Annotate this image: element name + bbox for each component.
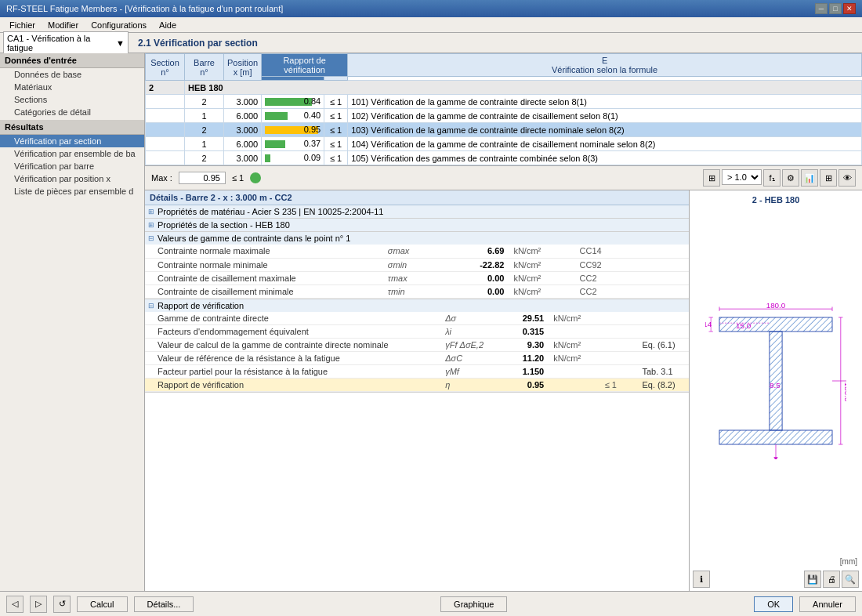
details-group-materiau-header[interactable]: ⊞ Propriétés de matériau - Acier S 235 |… [145,205,689,218]
nav-refresh-btn[interactable]: ↺ [53,596,71,613]
svg-text:180.0: 180.0 [766,303,786,310]
expand-icon-materiau: ⊞ [148,208,154,216]
main-layout: Données d'entrée Données de base Matéria… [0,53,862,591]
view-icon-btn[interactable]: 👁 [838,169,856,187]
nav-fwd-btn[interactable]: ▷ [30,596,47,613]
diagram-zoom-btn[interactable]: 🔍 [842,571,859,588]
section-heb-label: HEB 180 [185,81,862,95]
col-header-verification: EVérification selon la formule [348,54,862,77]
cell-barre: 2 [185,123,224,137]
filter-dropdown[interactable]: > 1.0 All [722,169,762,185]
cell-rapport: 0.09 [262,151,324,165]
cell-section [146,95,185,109]
toolbar: CA1 - Vérification à la fatigue ▼ 2.1 Vé… [0,33,862,53]
menu-bar: Fichier Modifier Configurations Aide [0,17,862,33]
table-row[interactable]: 1 6.000 0.37 ≤ 1 104) Vérification de la… [146,137,862,151]
details-row: Contrainte de cisaillement minimale τmin… [145,284,689,298]
section-title: 2.1 Vérification par section [132,38,264,49]
menu-fichier[interactable]: Fichier [3,19,42,31]
ca-dropdown[interactable]: CA1 - Vérification à la fatigue ▼ [3,31,129,55]
table-row[interactable]: 1 6.000 0.40 ≤ 1 102) Vérification de la… [146,109,862,123]
window-controls: ─ □ ✕ [815,3,856,14]
sidebar-item-donnees-base[interactable]: Données de base [0,68,144,81]
diagram-bottom-bar: ℹ 💾 🖨 🔍 [693,571,859,588]
details-row: Valeur de calcul de la gamme de contrain… [145,339,689,352]
col-header-rapport-group: Rapport devérification [262,54,348,77]
details-group-rapport-header[interactable]: ⊟ Rapport de vérification [145,299,689,312]
max-value: 0.95 [179,172,226,184]
sidebar-item-sections[interactable]: Sections [0,93,144,106]
details-group-materiau: ⊞ Propriétés de matériau - Acier S 235 |… [145,205,689,219]
sidebar-item-materiaux[interactable]: Matériaux [0,81,144,93]
details-group-section-header[interactable]: ⊞ Propriétés de la section - HEB 180 [145,219,689,231]
cell-position: 3.000 [224,95,262,109]
bottom-bar: ◁ ▷ ↺ Calcul Détails... Graphique OK Ann… [0,591,862,616]
export-icon-btn[interactable]: ⊞ [703,169,720,187]
ok-button[interactable]: OK [754,596,793,612]
sidebar-item-verif-section[interactable]: Vérification par section [0,135,144,147]
cell-rapport: 0.40 [262,109,324,123]
cell-position: 6.000 [224,137,262,151]
sidebar-item-verif-barre[interactable]: Vérification par barre [0,160,144,172]
diagram-info-btn[interactable]: ℹ [693,571,710,588]
details-row: Contrainte normale minimale σmin -22.82 … [145,258,689,271]
sidebar-item-verif-position[interactable]: Vérification par position x [0,172,144,185]
group-rapport-label: Rapport de vérification [158,301,244,310]
table-row[interactable]: 2 3.000 0.84 ≤ 1 101) Vérification de la… [146,95,862,109]
nav-back-btn[interactable]: ◁ [6,596,24,613]
svg-text:15.0: 15.0 [736,321,752,330]
details-left: Détails - Barre 2 - x : 3.000 m - CC2 ⊞ … [145,190,690,591]
cell-barre: 2 [185,95,224,109]
details-group-valeurs-header[interactable]: ⊟ Valeurs de gamme de contrainte dans le… [145,232,689,245]
details-group-section: ⊞ Propriétés de la section - HEB 180 [145,219,689,232]
sidebar-item-categories[interactable]: Catégories de détail [0,106,144,118]
sort-icon-btn[interactable]: f₁ [763,169,781,187]
details-row: Rapport de vérification η 0.95 ≤ 1 Eq. (… [145,379,689,392]
group-section-label: Propriétés de la section - HEB 180 [158,220,290,230]
minimize-button[interactable]: ─ [815,3,828,14]
details-right: 2 - HEB 180 [690,190,862,591]
cell-condition: ≤ 1 [324,95,348,109]
sidebar-donnees-header: Données d'entrée [0,53,144,68]
cell-section [146,137,185,151]
details-row: Facteurs d'endommagement équivalent λi 0… [145,325,689,339]
diagram-print-btn[interactable]: 🖨 [823,571,840,588]
details-group-valeurs: ⊟ Valeurs de gamme de contrainte dans le… [145,232,689,299]
cell-barre: 1 [185,109,224,123]
calcul-button[interactable]: Calcul [77,596,128,612]
sidebar-resultats-header: Résultats [0,120,144,135]
details-section: Détails - Barre 2 - x : 3.000 m - CC2 ⊞ … [145,190,862,591]
max-condition: ≤ 1 [232,173,244,183]
annuler-button[interactable]: Annuler [799,596,856,612]
col-header-section: Sectionn° [146,54,185,81]
diagram-export-btn[interactable]: 💾 [804,571,821,588]
group-valeurs-label: Valeurs de gamme de contrainte dans le p… [158,234,350,243]
col-header-barre: Barren° [185,54,224,81]
content-area: Sectionn° Barren° Positionx [m] Rapport … [145,53,862,591]
sidebar-item-verif-ensemble-ba[interactable]: Vérification par ensemble de ba [0,147,144,160]
close-button[interactable]: ✕ [843,3,856,14]
svg-text:14: 14 [705,320,712,328]
menu-aide[interactable]: Aide [153,19,183,31]
details-header: Détails - Barre 2 - x : 3.000 m - CC2 [145,190,689,205]
menu-configurations[interactable]: Configurations [85,19,153,31]
table-row[interactable]: 2 3.000 0.09 ≤ 1 105) Vérification des g… [146,151,862,165]
menu-modifier[interactable]: Modifier [42,19,85,31]
grid-icon-btn[interactable]: ⊞ [820,169,837,187]
cell-condition: ≤ 1 [324,109,348,123]
cell-rapport: 0.37 [262,137,324,151]
cell-position: 3.000 [224,123,262,137]
heb-svg: 180.0 180.0 15.0 8.5 [705,303,846,459]
details-button[interactable]: Détails... [134,596,194,612]
chart-icon-btn[interactable]: 📊 [801,169,818,187]
maximize-button[interactable]: □ [829,3,842,14]
graphique-button[interactable]: Graphique [440,596,507,612]
col-header-position: Positionx [m] [224,54,262,81]
table-row[interactable]: 2 3.000 0.95 ≤ 1 103) Vérification de la… [146,123,862,137]
cell-position: 3.000 [224,151,262,165]
sidebar-item-liste-pieces[interactable]: Liste de pièces par ensemble d [0,185,144,197]
cell-rapport: 0.95 [262,123,324,137]
diagram-title: 2 - HEB 180 [693,194,859,206]
config-icon-btn[interactable]: ⚙ [782,169,799,187]
cell-rapport: 0.84 [262,95,324,109]
